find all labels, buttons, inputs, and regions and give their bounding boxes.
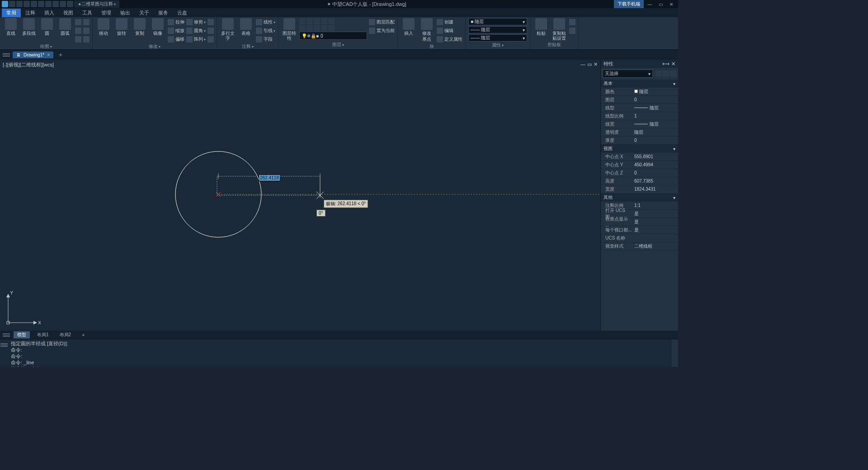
panel-modify-title[interactable]: 修改 <box>95 43 214 50</box>
paste-button[interactable]: 粘贴 <box>533 18 549 36</box>
qat-new-icon[interactable] <box>9 1 15 7</box>
layout-2[interactable]: 布局2 <box>56 331 75 338</box>
section-view[interactable]: 视图▾ <box>601 145 678 153</box>
layouts-menu-icon[interactable] <box>3 331 10 338</box>
draw-small-6[interactable] <box>83 35 90 43</box>
layout-add[interactable]: + <box>78 332 88 338</box>
layer-tool-4[interactable] <box>321 18 327 24</box>
block-bedit-button[interactable]: 编辑 <box>437 27 462 34</box>
rotate-button[interactable]: 旋转 <box>113 18 130 36</box>
selectobj-icon[interactable] <box>670 70 676 77</box>
pickadd-icon[interactable] <box>663 70 669 77</box>
lineweight-combo[interactable]: —— 随层▾ <box>468 34 527 42</box>
tab-view[interactable]: 视图 <box>59 9 78 17</box>
copy-button[interactable]: 复制 <box>132 18 148 36</box>
tab-cloud[interactable]: 云盘 <box>173 9 192 17</box>
block-attdef-button[interactable]: 定义属性 <box>437 35 462 43</box>
property-row[interactable]: 图层0 <box>601 96 678 104</box>
tab-tools[interactable]: 工具 <box>78 9 97 17</box>
modify-small-a[interactable] <box>208 18 214 26</box>
linear-dim-button[interactable]: 线性 <box>256 18 275 26</box>
property-value[interactable]: 0 <box>632 97 678 102</box>
arc-button[interactable]: 圆弧 <box>57 18 73 36</box>
qat-help-icon[interactable] <box>67 1 73 7</box>
copy-settings-button[interactable]: 复制粘贴设置 <box>551 18 567 41</box>
layout-model[interactable]: 模型 <box>14 331 30 338</box>
property-value[interactable]: 0 <box>632 138 678 143</box>
property-value[interactable]: 随层 <box>632 105 678 111</box>
property-value[interactable]: 1 <box>632 113 678 118</box>
block-edit-button[interactable]: 修改基点 <box>419 18 435 42</box>
section-other[interactable]: 其他▾ <box>601 193 678 202</box>
qat-save-icon[interactable] <box>24 1 30 7</box>
property-value[interactable]: 1:1 <box>632 203 678 208</box>
props-pin-icon[interactable]: ⟷ <box>662 61 670 67</box>
layer-tool-6[interactable] <box>299 25 306 31</box>
stretch-button[interactable]: 拉伸 <box>168 18 184 26</box>
offset-button[interactable]: 偏移 <box>168 35 184 43</box>
panel-layer-title[interactable]: 图层 <box>281 41 395 48</box>
layout-1[interactable]: 布局1 <box>33 331 52 338</box>
property-row[interactable]: UCS 名称 <box>601 234 678 242</box>
layer-tool-7[interactable] <box>307 25 313 31</box>
draw-small-3[interactable] <box>75 35 81 43</box>
layer-setcurrent-button[interactable]: 置为当前 <box>369 27 395 34</box>
property-value[interactable]: 随层 <box>632 121 678 127</box>
property-row[interactable]: 线宽随层 <box>601 120 678 128</box>
draw-small-1[interactable] <box>75 18 81 26</box>
tab-annotate[interactable]: 注释 <box>21 9 40 17</box>
property-value[interactable]: 随层 <box>632 89 678 95</box>
property-row[interactable]: 颜色随层 <box>601 88 678 96</box>
layer-match-button[interactable]: 图层匹配 <box>369 18 395 26</box>
property-row[interactable]: 宽度1824.3431 <box>601 185 678 193</box>
minimize-button[interactable]: — <box>645 1 655 7</box>
tab-manage[interactable]: 管理 <box>97 9 116 17</box>
cut-button[interactable] <box>569 18 576 26</box>
polyline-button[interactable]: 多段线 <box>21 18 37 36</box>
linetype-combo[interactable]: —— 随层▾ <box>468 26 527 33</box>
array-button[interactable]: 阵列 <box>186 35 206 43</box>
trim-button[interactable]: 修剪 <box>186 18 206 26</box>
property-value[interactable]: 二维线框 <box>632 243 678 249</box>
modify-small-c[interactable] <box>208 35 214 43</box>
layer-tool-9[interactable] <box>321 25 327 31</box>
new-tab-button[interactable]: + <box>56 51 65 58</box>
document-tab[interactable]: 🗎 Drawing1* × <box>13 52 53 58</box>
layer-tool-3[interactable] <box>314 18 320 24</box>
property-value[interactable]: 0 <box>632 170 678 175</box>
property-row[interactable]: 线型随层 <box>601 104 678 112</box>
dimension-input[interactable]: 262.4118 <box>259 174 280 181</box>
modify-small-b[interactable] <box>208 27 214 34</box>
move-button[interactable]: 移动 <box>95 18 112 36</box>
property-row[interactable]: 中心点 Z0 <box>601 169 678 177</box>
property-row[interactable]: 厚度0 <box>601 136 678 145</box>
current-layer-combo[interactable]: 💡❄🔒■ 0 <box>299 32 367 40</box>
property-row[interactable]: 中心点 X555.8901 <box>601 153 678 161</box>
workspace-combo[interactable]: ✦ 二维草图与注释 <box>74 0 119 8</box>
property-row[interactable]: 每个视口都...是 <box>601 226 678 234</box>
maximize-button[interactable]: ▭ <box>656 1 665 7</box>
mtext-button[interactable]: 多行文字 <box>220 18 236 41</box>
qat-undo-icon[interactable] <box>52 1 59 7</box>
panel-annot-title[interactable]: 注释 <box>220 43 275 50</box>
layer-tool-8[interactable] <box>314 25 320 31</box>
property-value[interactable]: 是 <box>632 211 678 217</box>
property-value[interactable]: 1824.3431 <box>632 187 678 192</box>
property-value[interactable]: 是 <box>632 227 678 233</box>
layer-tool-1[interactable] <box>299 18 306 24</box>
tab-output[interactable]: 输出 <box>116 9 135 17</box>
qat-print-icon[interactable] <box>38 1 44 7</box>
mirror-button[interactable]: 镜像 <box>150 18 166 36</box>
panel-props-title[interactable]: 属性 <box>468 42 527 49</box>
property-row[interactable]: 在原点显示 ...是 <box>601 218 678 226</box>
leader-button[interactable]: 引线 <box>256 27 275 34</box>
property-row[interactable]: 视觉样式二维线框 <box>601 242 678 250</box>
layer-tool-10[interactable] <box>328 25 335 31</box>
doctabs-menu-icon[interactable] <box>3 51 10 58</box>
section-basic[interactable]: 基本▾ <box>601 80 678 88</box>
block-insert-button[interactable]: 插入 <box>401 18 417 36</box>
props-close-icon[interactable]: ✕ <box>671 61 675 67</box>
property-value[interactable]: 是 <box>632 219 678 225</box>
line-button[interactable]: 直线 <box>3 18 19 36</box>
color-combo[interactable]: ■ 随层▾ <box>468 18 527 25</box>
